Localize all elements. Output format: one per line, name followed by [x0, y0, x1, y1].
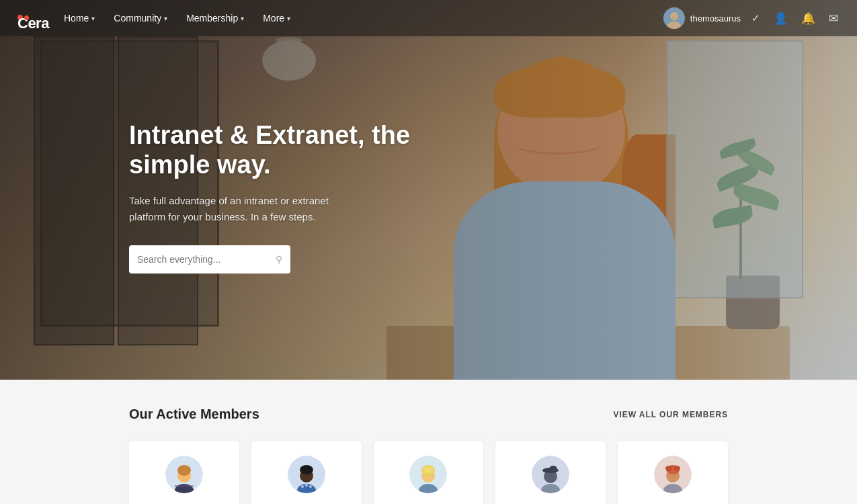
nav-item-home[interactable]: Home ▾ — [56, 9, 103, 28]
view-all-members-link[interactable]: VIEW ALL OUR MEMBERS — [613, 410, 728, 419]
svg-point-14 — [300, 465, 313, 474]
hero-content: Intranet & Extranet, the simple way. Tak… — [129, 121, 458, 274]
nav-item-more[interactable]: More ▾ — [255, 9, 298, 28]
search-icon-button[interactable]: ⚲ — [276, 254, 282, 265]
hero-title: Intranet & Extranet, the simple way. — [129, 121, 458, 179]
search-input[interactable] — [137, 254, 270, 265]
members-section: Our Active Members VIEW ALL OUR MEMBERS — [0, 380, 857, 504]
person-icon[interactable]: 👤 — [771, 9, 790, 28]
chevron-down-icon: ▾ — [241, 15, 244, 22]
chevron-down-icon: ▾ — [91, 15, 95, 22]
svg-point-29 — [665, 466, 672, 471]
avatar — [532, 456, 569, 493]
brand-logo[interactable]: Cera — [16, 9, 29, 27]
nav-home-label: Home — [64, 13, 89, 24]
member-avatar-icon — [654, 456, 692, 493]
member-avatar-icon — [532, 456, 569, 493]
avatar — [654, 456, 692, 493]
members-header: Our Active Members VIEW ALL OUR MEMBERS — [129, 407, 728, 422]
svg-point-30 — [674, 466, 680, 471]
mail-icon[interactable]: ✉ — [826, 9, 841, 28]
nav-right: themosaurus ✓ 👤 🔔 ✉ — [663, 7, 841, 29]
member-card[interactable] — [129, 441, 239, 504]
member-avatar-icon — [288, 456, 325, 493]
svg-point-24 — [549, 466, 557, 472]
member-card[interactable] — [251, 441, 362, 504]
chevron-down-icon: ▾ — [164, 15, 167, 22]
nav-links: Home ▾ Community ▾ Membership ▾ More ▾ — [56, 9, 663, 28]
bell-icon[interactable]: 🔔 — [799, 9, 818, 28]
member-avatar-icon — [165, 456, 203, 493]
check-icon[interactable]: ✓ — [749, 9, 763, 27]
avatar — [165, 456, 203, 493]
member-card[interactable] — [618, 441, 728, 504]
nav-community-label: Community — [114, 13, 161, 24]
member-card[interactable] — [374, 441, 484, 504]
hero-search-bar[interactable]: ⚲ — [129, 245, 290, 274]
nav-membership-label: Membership — [186, 13, 238, 24]
logo-text: Cera — [17, 15, 23, 20]
svg-rect-7 — [175, 485, 194, 487]
nav-user[interactable]: themosaurus — [663, 7, 741, 29]
user-avatar-icon — [663, 7, 685, 29]
avatar — [409, 456, 447, 493]
svg-point-19 — [423, 466, 434, 473]
members-grid — [129, 441, 728, 504]
svg-point-10 — [301, 485, 304, 488]
chevron-down-icon: ▾ — [287, 15, 290, 22]
username-label: themosaurus — [690, 13, 741, 24]
hero-section: Intranet & Extranet, the simple way. Tak… — [0, 0, 857, 380]
avatar — [663, 7, 685, 29]
svg-point-12 — [309, 485, 312, 488]
svg-point-11 — [305, 484, 308, 487]
hero-subtitle: Take full advantage of an intranet or ex… — [129, 193, 358, 225]
members-section-title: Our Active Members — [129, 407, 259, 422]
navbar: Cera Home ▾ Community ▾ Membership ▾ Mor… — [0, 0, 857, 36]
nav-more-label: More — [263, 13, 284, 24]
nav-item-membership[interactable]: Membership ▾ — [178, 9, 252, 28]
member-avatar-icon — [409, 456, 447, 493]
nav-item-community[interactable]: Community ▾ — [106, 9, 175, 28]
member-card[interactable] — [495, 441, 606, 504]
svg-point-6 — [177, 465, 191, 476]
avatar — [288, 456, 325, 493]
svg-point-1 — [670, 12, 678, 20]
